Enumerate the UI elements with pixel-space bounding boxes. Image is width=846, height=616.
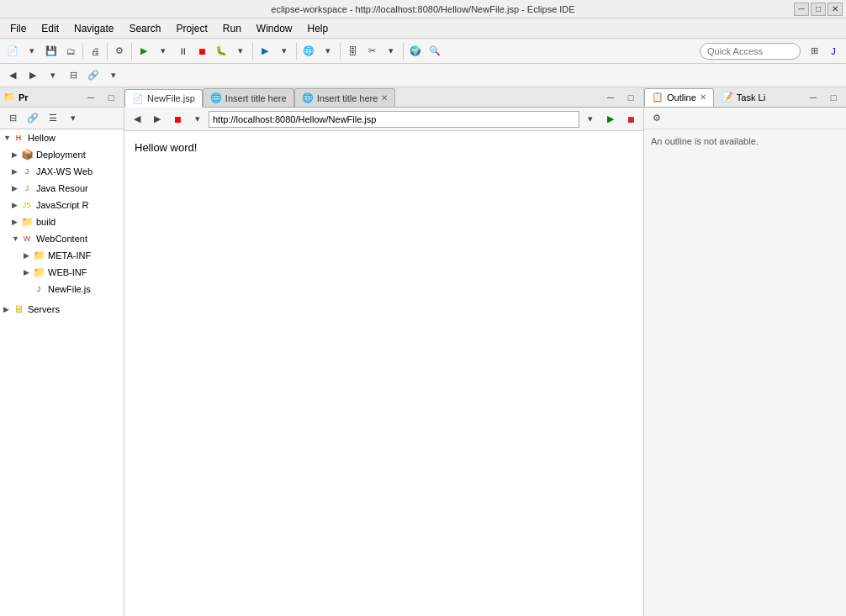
arrow-webcontent: ▼ bbox=[12, 234, 20, 243]
outline-minimize[interactable]: ─ bbox=[804, 88, 822, 107]
debug-dropdown[interactable]: ▾ bbox=[231, 42, 250, 61]
tree-item-newfile[interactable]: J NewFile.js bbox=[0, 281, 124, 297]
tree-item-webcontent[interactable]: ▼ W WebContent bbox=[0, 230, 124, 247]
tab-maximize[interactable]: □ bbox=[621, 88, 640, 107]
browser-stop[interactable]: ⏹ bbox=[168, 110, 187, 129]
tab-insert2[interactable]: 🌐 Insert title here ✕ bbox=[294, 88, 396, 107]
right-panel: 📋 Outline ✕ 📝 Task Li ─ □ ⚙ bbox=[644, 87, 846, 616]
server-dropdown[interactable]: ▾ bbox=[319, 42, 337, 61]
tree-item-deployment[interactable]: ▶ 📦 Deployment bbox=[0, 146, 124, 163]
tab-newfile-jsp[interactable]: 📄 NewFile.jsp bbox=[124, 89, 203, 108]
menu-search[interactable]: Search bbox=[122, 21, 167, 36]
editor-area: 📄 NewFile.jsp 🌐 Insert title here 🌐 Inse… bbox=[124, 87, 644, 616]
new-button[interactable]: 📄 bbox=[3, 42, 22, 61]
arrow-jaxws: ▶ bbox=[12, 167, 20, 176]
perspective-btn[interactable]: ⊞ bbox=[805, 42, 823, 61]
menu-help[interactable]: Help bbox=[301, 21, 336, 36]
tree-item-hellow[interactable]: ▼ H Hellow bbox=[0, 129, 124, 146]
snippet-dropdown[interactable]: ▾ bbox=[382, 42, 400, 61]
java-ee-btn[interactable]: J bbox=[824, 42, 843, 61]
project-explorer: 📁 Pr ─ □ ⊟ 🔗 ☰ ▾ ▼ H Hellow ▶ 📦 De bbox=[0, 87, 124, 616]
icon-servers: 🖥 bbox=[12, 303, 25, 316]
tree-item-webinf[interactable]: ▶ 📁 WEB-INF bbox=[0, 264, 124, 281]
tool1[interactable]: ⚙ bbox=[110, 42, 129, 61]
menu-project[interactable]: Project bbox=[169, 21, 214, 36]
browser-btn[interactable]: 🌍 bbox=[406, 42, 425, 61]
tab-outline-close[interactable]: ✕ bbox=[700, 92, 706, 102]
save-all-button[interactable]: 🗂 bbox=[61, 42, 80, 61]
stop-button[interactable]: ⏹ bbox=[193, 42, 211, 61]
tree-item-jaxws[interactable]: ▶ J JAX-WS Web bbox=[0, 163, 124, 180]
tab-minimize[interactable]: ─ bbox=[601, 88, 620, 107]
tree-item-servers[interactable]: ▶ 🖥 Servers bbox=[0, 301, 124, 318]
tab-outline[interactable]: 📋 Outline ✕ bbox=[644, 88, 714, 107]
browser-back[interactable]: ◀ bbox=[128, 110, 146, 129]
forward-btn[interactable]: ▶ bbox=[24, 66, 42, 85]
save-button[interactable]: 💾 bbox=[42, 42, 61, 61]
search-btn[interactable]: 🔍 bbox=[426, 42, 444, 61]
sidebar-more[interactable]: ☰ bbox=[44, 109, 62, 128]
tab-outline-label: Outline bbox=[667, 92, 696, 103]
maximize-sidebar[interactable]: □ bbox=[102, 88, 120, 107]
collapse-all-sidebar[interactable]: ⊟ bbox=[3, 109, 22, 128]
icon-newfile: J bbox=[32, 282, 45, 296]
tree-item-javaresource[interactable]: ▶ J Java Resour bbox=[0, 180, 124, 197]
print-button[interactable]: 🖨 bbox=[86, 42, 104, 61]
close-button[interactable]: ✕ bbox=[827, 3, 843, 16]
menu-navigate[interactable]: Navigate bbox=[67, 21, 120, 36]
new-dropdown[interactable]: ▾ bbox=[23, 42, 41, 61]
minimize-sidebar[interactable]: ─ bbox=[82, 88, 100, 107]
nav-dropdown[interactable]: ▾ bbox=[44, 66, 62, 85]
launch-dropdown[interactable]: ▾ bbox=[275, 42, 293, 61]
url-dropdown[interactable]: ▾ bbox=[581, 110, 600, 129]
browser-refresh-dropdown[interactable]: ▾ bbox=[188, 110, 207, 129]
label-deployment: Deployment bbox=[36, 150, 86, 160]
icon-metainf: 📁 bbox=[32, 249, 45, 262]
pause-button[interactable]: ⏸ bbox=[173, 42, 192, 61]
tree-item-javascript[interactable]: ▶ JS JavaScript R bbox=[0, 197, 124, 213]
menu-file[interactable]: File bbox=[3, 21, 33, 36]
snippet-btn[interactable]: ✂ bbox=[362, 42, 381, 61]
menu-window[interactable]: Window bbox=[250, 21, 299, 36]
tab-taskli[interactable]: 📝 Task Li bbox=[714, 88, 773, 107]
tree-item-build[interactable]: ▶ 📁 build bbox=[0, 213, 124, 230]
maximize-button[interactable]: □ bbox=[811, 3, 826, 16]
outline-toolbar-btn[interactable]: ⚙ bbox=[648, 109, 666, 128]
stop-server-btn[interactable]: ⏹ bbox=[621, 110, 640, 129]
editor-tabs: 📄 NewFile.jsp 🌐 Insert title here 🌐 Inse… bbox=[124, 87, 643, 108]
sidebar-filter[interactable]: ▾ bbox=[64, 109, 82, 128]
main-toolbar: 📄 ▾ 💾 🗂 🖨 ⚙ ▶ ▾ ⏸ ⏹ 🐛 ▾ ▶ ▾ 🌐 ▾ 🗄 ✂ ▾ 🌍 … bbox=[0, 39, 846, 64]
nav-more[interactable]: ▾ bbox=[104, 66, 123, 85]
url-input[interactable] bbox=[209, 111, 579, 128]
run-dropdown[interactable]: ▾ bbox=[154, 42, 172, 61]
back-btn[interactable]: ◀ bbox=[3, 66, 22, 85]
menu-run[interactable]: Run bbox=[216, 21, 248, 36]
minimize-button[interactable]: ─ bbox=[794, 3, 809, 16]
tab-close-insert2[interactable]: ✕ bbox=[381, 93, 388, 103]
tree-item-metainf[interactable]: ▶ 📁 META-INF bbox=[0, 247, 124, 264]
browser-forward[interactable]: ▶ bbox=[148, 110, 167, 129]
icon-hellow: H bbox=[12, 131, 25, 145]
label-newfile: NewFile.js bbox=[48, 284, 91, 294]
tab-insert1[interactable]: 🌐 Insert title here bbox=[203, 88, 294, 107]
go-button[interactable]: ▶ bbox=[601, 110, 620, 129]
outline-content: An outline is not available. bbox=[644, 129, 846, 616]
link-with-editor[interactable]: 🔗 bbox=[24, 109, 42, 128]
server-btn[interactable]: 🌐 bbox=[299, 42, 318, 61]
sidebar-icon: 📁 bbox=[3, 92, 15, 103]
link-editor[interactable]: 🔗 bbox=[84, 66, 103, 85]
arrow-deployment: ▶ bbox=[12, 150, 20, 159]
run-button[interactable]: ▶ bbox=[135, 42, 153, 61]
quick-access-input[interactable] bbox=[700, 43, 801, 60]
label-webcontent: WebContent bbox=[36, 234, 87, 244]
collapse-all[interactable]: ⊟ bbox=[64, 66, 82, 85]
launch-btn[interactable]: ▶ bbox=[256, 42, 274, 61]
menu-edit[interactable]: Edit bbox=[34, 21, 66, 36]
outline-maximize[interactable]: □ bbox=[824, 88, 843, 107]
icon-javaresource: J bbox=[20, 182, 34, 195]
tab-label-insert1: Insert title here bbox=[225, 93, 287, 103]
debug-button[interactable]: 🐛 bbox=[212, 42, 230, 61]
title-text: eclipse-workspace - http://localhost:808… bbox=[271, 4, 574, 14]
window-controls: ─ □ ✕ bbox=[794, 3, 843, 16]
repo-btn[interactable]: 🗄 bbox=[343, 42, 362, 61]
